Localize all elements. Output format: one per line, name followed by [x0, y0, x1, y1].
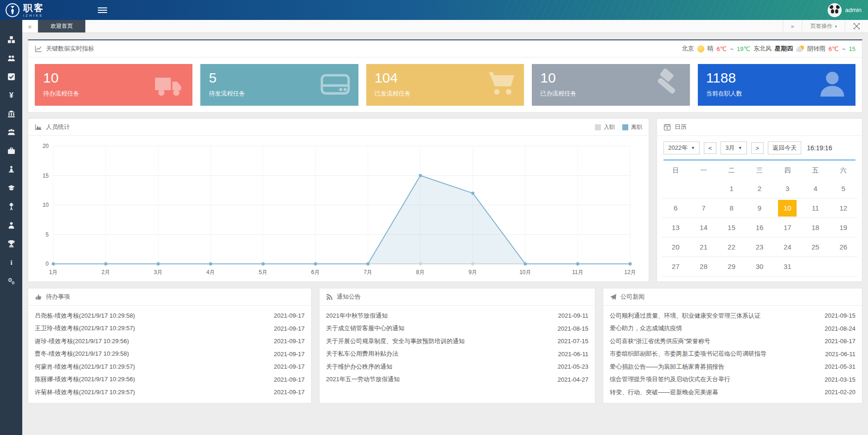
calendar-day-cell[interactable]: 6: [662, 198, 689, 218]
salary-yen-icon: ¥: [7, 91, 15, 99]
news-item[interactable]: 综合管理提升项目签约及启动仪式在天台举行 2021-03-15: [610, 373, 855, 386]
sidebar-item-approval[interactable]: [0, 67, 22, 86]
sidebar-item-employee[interactable]: [0, 216, 22, 234]
calendar-day-cell[interactable]: 8: [718, 198, 746, 218]
people-area-chart: 051015201月2月3月4月5月6月7月8月9月10月11月12月: [31, 140, 646, 280]
news-item[interactable]: 爱心捐款公告——为装卸工杨家青募捐报告 2021-05-31: [610, 360, 855, 373]
news-list: 公司顺利通过质量、环境、职业健康安全管理三体系认证 2021-09-15 爱心助…: [603, 306, 862, 403]
todo-item[interactable]: 何蒙肖-绩效考核(2021/9/17 10:29:57) 2021-09-17: [35, 360, 305, 373]
calendar-day-cell[interactable]: 1: [718, 179, 746, 198]
notice-item[interactable]: 关于成立销管客服中心的通知 2021-08-15: [326, 322, 588, 335]
news-item[interactable]: 市委组织部副部长、市委两新工委项书记莅临公司调研指导 2021-06-11: [610, 348, 855, 361]
calendar-day-label: 26: [834, 239, 853, 256]
calendar-week: 12345: [662, 179, 857, 198]
stat-card[interactable]: 5 待发流程任务: [200, 64, 358, 106]
news-item-text: 转变、行动、突破——迎新晚会完美谢幕: [610, 388, 724, 397]
tab-home[interactable]: 欢迎首页: [38, 20, 85, 32]
calendar-day-cell[interactable]: 28: [689, 257, 717, 276]
calendar-day-cell[interactable]: 20: [662, 237, 689, 256]
calendar-day-cell[interactable]: 29: [718, 257, 746, 276]
calendar-day-cell[interactable]: 14: [689, 218, 717, 237]
notice-item[interactable]: 关于私车公用费用补贴办法 2021-06-11: [326, 348, 588, 361]
scroll-tabs-icon[interactable]: »: [783, 20, 802, 32]
next-month-button[interactable]: >: [751, 142, 764, 154]
sidebar-item-performance[interactable]: [0, 234, 22, 253]
prev-month-button[interactable]: <: [704, 142, 717, 154]
sidebar-item-info[interactable]: i: [0, 253, 22, 271]
calendar-day-cell[interactable]: 3: [773, 179, 801, 198]
calendar-day-cell[interactable]: 25: [801, 237, 829, 256]
calendar-day-cell[interactable]: 26: [830, 237, 857, 256]
news-item-date: 2021-08-24: [825, 325, 856, 332]
calendar-day-cell[interactable]: 31: [773, 257, 801, 276]
sidebar-item-modules[interactable]: [0, 30, 22, 49]
calendar-day-cell[interactable]: 24: [773, 237, 801, 256]
calendar-day-cell[interactable]: 11: [801, 198, 829, 218]
stat-card[interactable]: 10 已办流程任务: [532, 64, 689, 106]
news-item[interactable]: 爱心助力，众志成城抗疫情 2021-08-24: [610, 322, 855, 335]
sidebar-item-bank[interactable]: [0, 104, 22, 123]
todo-item[interactable]: 王卫玲-绩效考核(2021/9/17 10:29:57) 2021-09-17: [35, 322, 305, 335]
calendar-day-cell[interactable]: 27: [662, 257, 689, 276]
calendar-day-cell[interactable]: 30: [746, 257, 773, 276]
weather-city: 北京: [682, 45, 694, 53]
tab-actions-dropdown[interactable]: 页签操作▾: [802, 20, 845, 32]
calendar-day-cell[interactable]: 2: [746, 179, 773, 198]
calendar-day-cell[interactable]: 9: [746, 198, 773, 218]
sidebar: ¥ i ⚙⚙: [0, 20, 22, 435]
todo-item[interactable]: 谢珍-绩效考核(2021/9/17 10:29:56) 2021-09-17: [35, 335, 305, 348]
year-select[interactable]: 2022年▼: [664, 141, 700, 154]
sidebar-item-growth[interactable]: [0, 197, 22, 216]
todo-item[interactable]: 曹冬-绩效考核(2021/9/17 10:29:58) 2021-09-17: [35, 348, 305, 361]
sidebar-item-recruitment[interactable]: [0, 160, 22, 179]
news-item[interactable]: 公司顺利通过质量、环境、职业健康安全管理三体系认证 2021-09-15: [610, 309, 855, 322]
stat-card[interactable]: 1188 当前在职人数: [698, 64, 855, 106]
calendar-day-cell[interactable]: 4: [801, 179, 829, 198]
fullscreen-icon[interactable]: [845, 20, 868, 32]
calendar-day-cell[interactable]: 19: [830, 218, 857, 237]
app-logo[interactable]: 职客 IZHIKE: [6, 3, 77, 17]
notice-item[interactable]: 关于维护办公秩序的通知 2021-05-23: [326, 360, 588, 373]
sidebar-item-salary[interactable]: ¥: [0, 86, 22, 104]
calendar-day-cell[interactable]: 18: [801, 218, 829, 237]
collapse-tabs-icon[interactable]: «: [22, 20, 38, 32]
notice-item[interactable]: 2021年中秋节放假通知 2021-09-11: [326, 309, 588, 322]
growth-person-icon: [7, 203, 15, 211]
calendar-day-cell[interactable]: 16: [746, 218, 773, 237]
notice-item-text: 2021年五一劳动节放假通知: [326, 375, 405, 384]
sidebar-item-organization[interactable]: [0, 49, 22, 67]
stat-card[interactable]: 104 已发流程任务: [366, 64, 524, 106]
todo-item-date: 2021-09-17: [274, 376, 305, 383]
calendar-day-cell[interactable]: 22: [718, 237, 746, 256]
user-avatar[interactable]: [828, 3, 842, 17]
username[interactable]: admin: [845, 6, 862, 13]
calendar-day-cell[interactable]: 23: [746, 237, 773, 256]
news-item[interactable]: 转变、行动、突破——迎新晚会完美谢幕 2021-02-20: [610, 386, 855, 399]
calendar-day-cell[interactable]: 7: [689, 198, 717, 218]
calendar-day-cell[interactable]: 13: [662, 218, 689, 237]
calendar-day-label: 31: [778, 258, 797, 275]
calendar-day-cell[interactable]: 17: [773, 218, 801, 237]
calendar-day-label: 23: [750, 239, 769, 256]
todo-item[interactable]: 许菊林-绩效考核(2021/9/17 10:29:57) 2021-09-17: [35, 386, 305, 399]
sidebar-item-briefcase[interactable]: [0, 141, 22, 160]
legend-hire[interactable]: 入职: [595, 123, 615, 131]
calendar-day-cell[interactable]: 10: [773, 198, 801, 218]
today-button[interactable]: 返回今天: [768, 141, 801, 154]
sidebar-item-training[interactable]: [0, 179, 22, 197]
notice-item[interactable]: 关于开展公司规章制度、安全与事故预防培训的通知 2021-07-15: [326, 335, 588, 348]
todo-item[interactable]: 陈丽娜-绩效考核(2021/9/17 10:29:56) 2021-09-17: [35, 373, 305, 386]
notice-item[interactable]: 2021年五一劳动节放假通知 2021-04-27: [326, 373, 588, 386]
menu-toggle-icon[interactable]: [98, 6, 107, 14]
calendar-day-cell[interactable]: 12: [830, 198, 857, 218]
sidebar-item-settings[interactable]: ⚙⚙: [0, 271, 22, 290]
todo-item[interactable]: 吕尧栋-绩效考核(2021/9/17 10:29:58) 2021-09-17: [35, 309, 305, 322]
calendar-day-cell[interactable]: 15: [718, 218, 746, 237]
stat-card[interactable]: 10 待办流程任务: [35, 64, 192, 106]
news-item[interactable]: 公司喜获“浙江省优秀供应商”荣誉称号 2021-08-17: [610, 335, 855, 348]
calendar-day-cell[interactable]: 5: [830, 179, 857, 198]
month-select[interactable]: 3月▼: [721, 141, 747, 154]
calendar-day-cell[interactable]: 21: [689, 237, 717, 256]
sidebar-item-team[interactable]: [0, 123, 22, 141]
legend-leave[interactable]: 离职: [622, 123, 642, 131]
